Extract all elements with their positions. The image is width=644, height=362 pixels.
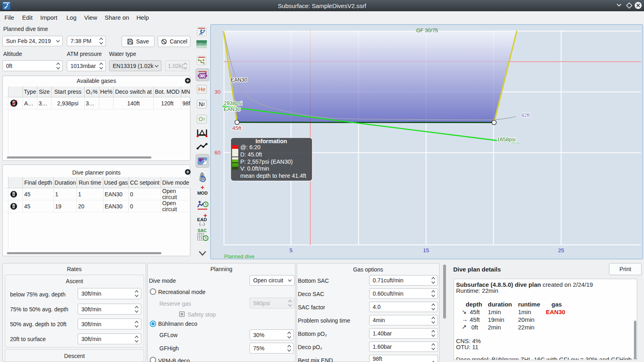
svg-text:(...): (...)	[199, 222, 205, 226]
svg-text:EAN30: EAN30	[231, 77, 247, 83]
svg-text:D: 45.0ft: D: 45.0ft	[240, 151, 262, 158]
svg-text:mean depth to here 41.4ft: mean depth to here 41.4ft	[240, 173, 306, 179]
svg-text:MOD: MOD	[197, 191, 208, 195]
svg-text:P: 2,557psi (EAN30): P: 2,557psi (EAN30)	[240, 158, 293, 165]
svg-text:1658psi: 1658psi	[497, 136, 516, 142]
svg-text:Information: Information	[256, 138, 287, 144]
svg-text:42ft: 42ft	[521, 113, 530, 118]
svg-text:V: 0.0ft/min: V: 0.0ft/min	[240, 165, 269, 172]
svg-text:45ft: 45ft	[232, 125, 242, 131]
svg-text:@: 6:20: @: 6:20	[240, 144, 260, 150]
svg-text:15: 15	[423, 247, 429, 253]
svg-text:GF 30/75: GF 30/75	[416, 27, 438, 33]
svg-text:2938psi: 2938psi	[224, 100, 242, 106]
svg-text:Planned dive: Planned dive	[224, 253, 254, 259]
svg-text:SAC: SAC	[198, 228, 207, 233]
svg-text:25: 25	[558, 247, 564, 253]
svg-text:5: 5	[289, 247, 293, 253]
svg-text:EAD: EAD	[197, 217, 207, 222]
svg-text:EAN30: EAN30	[224, 106, 240, 112]
svg-text:30: 30	[215, 89, 221, 95]
svg-text:60: 60	[215, 150, 221, 156]
